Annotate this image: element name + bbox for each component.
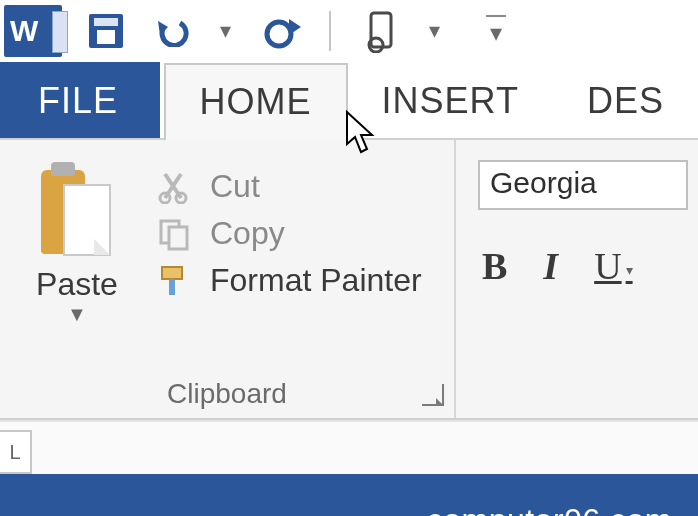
- svg-rect-8: [169, 279, 175, 295]
- qat-separator: [329, 11, 331, 51]
- cut-icon: [154, 169, 194, 205]
- tab-home-label: HOME: [200, 81, 312, 123]
- underline-label: U: [594, 245, 621, 287]
- svg-rect-7: [162, 267, 182, 279]
- paste-button[interactable]: Paste ▼: [18, 162, 136, 414]
- nav-tab-label: L: [9, 441, 20, 464]
- copy-label: Copy: [210, 215, 285, 252]
- italic-button[interactable]: I: [543, 244, 558, 288]
- touch-mode-button[interactable]: [359, 9, 403, 53]
- tab-design-label: DES: [587, 80, 664, 122]
- app-word-letter: W: [10, 14, 38, 48]
- tab-design[interactable]: DES: [553, 62, 698, 140]
- tab-file[interactable]: FILE: [0, 62, 160, 140]
- svg-point-0: [267, 22, 291, 46]
- undo-icon: [154, 17, 190, 45]
- underline-dropdown-icon[interactable]: ▾: [626, 263, 633, 278]
- cut-button[interactable]: Cut: [154, 168, 444, 205]
- paste-label: Paste: [36, 266, 118, 303]
- nav-tab-left[interactable]: L: [0, 430, 32, 474]
- save-icon: [89, 14, 123, 48]
- qat-customize-icon[interactable]: ▾: [486, 15, 506, 47]
- cut-label: Cut: [210, 168, 260, 205]
- redo-icon: [261, 17, 297, 45]
- copy-button[interactable]: Copy: [154, 215, 444, 252]
- underline-button[interactable]: U▾: [594, 244, 632, 288]
- bold-button[interactable]: B: [482, 244, 507, 288]
- paste-dropdown-icon[interactable]: ▼: [67, 303, 87, 326]
- ribbon-tabs: FILE HOME INSERT DES: [0, 62, 698, 140]
- quick-access-toolbar: W ▾ ▾ ▾: [0, 0, 698, 62]
- paste-icon: [37, 162, 117, 262]
- save-button[interactable]: [84, 9, 128, 53]
- tab-file-label: FILE: [38, 80, 118, 122]
- ribbon-home: Paste ▼ Cut Copy Format Painter: [0, 140, 698, 420]
- group-clipboard: Paste ▼ Cut Copy Format Painter: [0, 140, 456, 418]
- group-font: Georgia B I U▾: [456, 140, 688, 418]
- tab-insert[interactable]: INSERT: [348, 62, 553, 140]
- copy-icon: [154, 216, 194, 252]
- format-painter-icon: [154, 263, 194, 299]
- tab-insert-label: INSERT: [382, 80, 519, 122]
- group-clipboard-label: Clipboard: [0, 378, 454, 410]
- tab-home[interactable]: HOME: [164, 63, 348, 141]
- font-name-value: Georgia: [490, 166, 597, 199]
- font-name-input[interactable]: Georgia: [478, 160, 688, 210]
- touch-dropdown-icon[interactable]: ▾: [425, 18, 444, 44]
- watermark-text: computer06.com: [427, 502, 672, 517]
- redo-button[interactable]: [257, 9, 301, 53]
- undo-dropdown-icon[interactable]: ▾: [216, 18, 235, 44]
- clipboard-dialog-launcher-icon[interactable]: [422, 384, 444, 406]
- format-painter-label: Format Painter: [210, 262, 422, 299]
- touch-mode-icon: [361, 9, 401, 53]
- app-word-icon: W: [4, 5, 62, 57]
- svg-rect-6: [169, 227, 187, 249]
- document-area: [0, 420, 698, 474]
- status-bar: computer06.com: [0, 474, 698, 516]
- format-painter-button[interactable]: Format Painter: [154, 262, 444, 299]
- undo-button[interactable]: [150, 9, 194, 53]
